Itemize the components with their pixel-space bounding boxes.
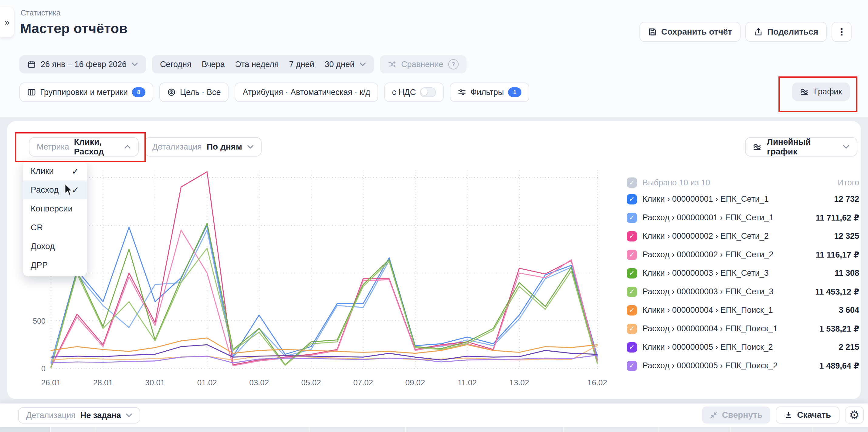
select-all-checkbox[interactable]: ✓: [627, 177, 637, 188]
sidebar-expand-tab[interactable]: »: [0, 7, 14, 37]
series-total-value: 11 116,17 ₽: [816, 250, 859, 260]
groupings-metrics-button[interactable]: Группировки и метрики 8: [20, 82, 153, 102]
quick-range-item[interactable]: Вчера: [202, 60, 225, 69]
series-label: Расход › 000000004 › ЕПК_Поиск_1: [643, 324, 778, 333]
legend-row: ✓Расход › 000000002 › ЕПК_Сети_211 116,1…: [627, 245, 859, 264]
svg-text:13.02: 13.02: [509, 378, 529, 387]
metric-dropdown-item[interactable]: Клики✓: [23, 162, 87, 180]
more-actions-button[interactable]: ⋮: [832, 22, 851, 42]
table-column-divider: [50, 427, 51, 432]
series-total-value: 12 325: [834, 231, 859, 241]
legend-total-header: Итого: [838, 178, 859, 188]
download-button[interactable]: Скачать: [776, 406, 839, 424]
share-label: Поделиться: [767, 27, 818, 37]
series-label: Клики › 000000001 › ЕПК_Сети_1: [643, 195, 769, 204]
series-checkbox[interactable]: ✓: [627, 305, 637, 315]
series-checkbox[interactable]: ✓: [627, 231, 637, 241]
svg-text:30.01: 30.01: [145, 378, 165, 387]
vat-toggle[interactable]: [420, 87, 436, 97]
svg-text:0: 0: [41, 364, 45, 373]
collapse-button[interactable]: Свернуть: [702, 406, 771, 424]
svg-text:11.02: 11.02: [458, 378, 477, 387]
quick-range-item[interactable]: Сегодня: [160, 60, 191, 69]
metric-dropdown-item[interactable]: Конверсии: [23, 199, 87, 218]
comparison-button[interactable]: Сравнение ?: [380, 55, 466, 73]
svg-text:500: 500: [33, 317, 45, 325]
series-checkbox[interactable]: ✓: [627, 361, 637, 371]
series-label: Расход › 000000001 › ЕПК_Сети_1: [643, 213, 773, 222]
detail-selector[interactable]: Детализация По дням: [145, 137, 261, 157]
vat-toggle-pill[interactable]: с НДС: [384, 82, 444, 102]
table-column-divider: [310, 427, 310, 432]
columns-icon: [27, 88, 36, 97]
save-report-label: Сохранить отчёт: [661, 27, 732, 37]
series-checkbox[interactable]: ✓: [627, 342, 637, 353]
quick-range-group: СегодняВчераЭта неделя7 дней30 дней: [152, 55, 374, 73]
date-filter-row: 26 янв – 16 февр 2026 СегодняВчераЭта не…: [20, 55, 466, 73]
series-total-value: 11 453,12 ₽: [815, 287, 859, 297]
legend-row: ✓Расход › 000000005 › ЕПК_Поиск_21 489,6…: [627, 357, 859, 375]
legend-row: ✓Расход › 000000001 › ЕПК_Сети_111 711,6…: [627, 208, 859, 227]
quick-range-item[interactable]: 7 дней: [289, 60, 314, 69]
series-checkbox[interactable]: ✓: [627, 324, 637, 334]
kebab-icon: ⋮: [837, 26, 846, 38]
series-checkbox[interactable]: ✓: [627, 287, 637, 297]
table-detail-label: Детализация: [26, 411, 75, 420]
series-checkbox[interactable]: ✓: [627, 250, 637, 260]
chart-type-selector[interactable]: Линейный график: [745, 137, 857, 157]
quick-range-item[interactable]: 30 дней: [325, 60, 354, 69]
table-detail-value: Не задана: [81, 411, 121, 420]
svg-text:05.02: 05.02: [301, 378, 321, 387]
download-icon: [784, 411, 793, 419]
svg-text:07.02: 07.02: [353, 378, 373, 387]
filters-button[interactable]: Фильтры 1: [450, 82, 529, 102]
legend-row: ✓Клики › 000000003 › ЕПК_Сети_311 308: [627, 264, 859, 283]
series-total-value: 12 732: [834, 195, 859, 204]
legend-row: ✓Клики › 000000004 › ЕПК_Поиск_13 604: [627, 301, 859, 320]
chevron-down-icon[interactable]: [359, 62, 366, 66]
bottom-bar-actions: Свернуть Скачать ⚙: [702, 406, 864, 424]
attribution-button[interactable]: Атрибуция · Автоматическая · к/д: [235, 82, 378, 102]
table-detail-selector[interactable]: Детализация Не задана: [18, 407, 140, 424]
mouse-cursor: [64, 184, 74, 197]
vat-label: с НДС: [392, 88, 416, 97]
metric-option-label: Конверсии: [31, 204, 72, 213]
groupings-label: Группировки и метрики: [40, 88, 128, 97]
breadcrumb[interactable]: Статистика: [21, 8, 60, 17]
metric-option-label: ДРР: [31, 260, 48, 270]
table-column-divider: [563, 427, 564, 432]
double-chevron-right-icon: »: [5, 17, 10, 27]
series-checkbox[interactable]: ✓: [627, 194, 637, 204]
series-checkbox[interactable]: ✓: [627, 213, 637, 223]
metric-dropdown-item[interactable]: ДРР: [23, 256, 87, 274]
series-label: Клики › 000000004 › ЕПК_Поиск_1: [643, 305, 773, 315]
series-checkbox[interactable]: ✓: [627, 268, 637, 278]
chevron-down-icon: [247, 145, 254, 149]
quick-range-item[interactable]: Эта неделя: [235, 60, 279, 69]
report-chart-card: 050010001500200026.0128.0130.0101.0203.0…: [7, 121, 861, 399]
goal-button[interactable]: Цель · Все: [159, 82, 228, 102]
settings-button[interactable]: ⚙: [845, 406, 864, 424]
save-report-button[interactable]: Сохранить отчёт: [640, 22, 741, 42]
series-total-value: 1 489,64 ₽: [819, 361, 859, 371]
metric-dropdown-item[interactable]: Расход✓: [23, 180, 87, 199]
date-range-picker[interactable]: 26 янв – 16 февр 2026: [20, 55, 146, 73]
metric-dropdown-item[interactable]: Доход: [23, 237, 87, 256]
legend-selected-count: Выбрано 10 из 10: [643, 178, 710, 188]
table-column-divider: [405, 427, 406, 432]
series-total-value: 2 215: [839, 342, 859, 352]
metric-dropdown: Клики✓Расход✓КонверсииCRДоходДРР: [23, 160, 87, 276]
series-label: Клики › 000000005 › ЕПК_Поиск_2: [643, 342, 773, 352]
series-total-value: 11 711,62 ₽: [816, 213, 859, 223]
filters-label: Фильтры: [470, 88, 504, 97]
page-title: Мастер отчётов: [20, 21, 127, 36]
target-icon: [167, 88, 176, 97]
chart-type-value: Линейный график: [767, 137, 838, 157]
chart-legend: ✓ Выбрано 10 из 10 Итого ✓Клики › 000000…: [627, 175, 859, 375]
metric-dropdown-item[interactable]: CR: [23, 218, 87, 237]
collapse-label: Свернуть: [722, 410, 763, 420]
annotation-box-metric-selector: [15, 132, 146, 162]
svg-text:26.01: 26.01: [41, 378, 61, 387]
share-button[interactable]: Поделиться: [745, 22, 827, 42]
annotation-box-chart-toggle: [778, 76, 857, 112]
